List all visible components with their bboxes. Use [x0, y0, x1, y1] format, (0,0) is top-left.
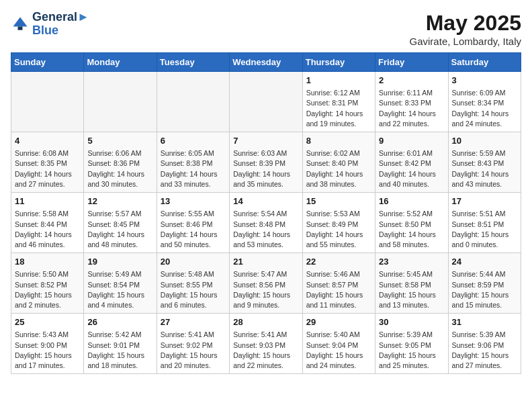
- day-cell: 25Sunrise: 5:43 AM Sunset: 9:00 PM Dayli…: [11, 314, 84, 374]
- day-cell: 2Sunrise: 6:11 AM Sunset: 8:33 PM Daylig…: [375, 72, 448, 132]
- day-info: Sunrise: 5:49 AM Sunset: 8:54 PM Dayligh…: [87, 269, 152, 310]
- day-info: Sunrise: 5:47 AM Sunset: 8:56 PM Dayligh…: [233, 269, 298, 310]
- day-number: 16: [379, 195, 444, 208]
- day-info: Sunrise: 6:12 AM Sunset: 8:31 PM Dayligh…: [306, 88, 371, 129]
- day-number: 18: [15, 256, 80, 268]
- day-cell: 15Sunrise: 5:53 AM Sunset: 8:49 PM Dayli…: [302, 193, 375, 253]
- day-info: Sunrise: 6:05 AM Sunset: 8:38 PM Dayligh…: [161, 148, 226, 189]
- day-info: Sunrise: 5:54 AM Sunset: 8:48 PM Dayligh…: [233, 209, 298, 250]
- day-number: 2: [379, 75, 444, 87]
- logo: General► Blue: [11, 11, 89, 38]
- day-number: 7: [233, 135, 298, 147]
- day-cell: 5Sunrise: 6:06 AM Sunset: 8:36 PM Daylig…: [84, 132, 157, 193]
- weekday-header-wednesday: Wednesday: [230, 53, 302, 72]
- logo-text: General► Blue: [32, 11, 89, 38]
- day-number: 24: [452, 256, 517, 268]
- day-info: Sunrise: 5:44 AM Sunset: 8:59 PM Dayligh…: [452, 269, 517, 310]
- day-info: Sunrise: 5:58 AM Sunset: 8:44 PM Dayligh…: [15, 209, 80, 250]
- day-cell: 7Sunrise: 6:03 AM Sunset: 8:39 PM Daylig…: [230, 132, 302, 193]
- day-number: 6: [161, 135, 226, 147]
- location: Gavirate, Lombardy, Italy: [410, 36, 521, 47]
- day-cell: 21Sunrise: 5:47 AM Sunset: 8:56 PM Dayli…: [230, 253, 302, 314]
- day-info: Sunrise: 6:03 AM Sunset: 8:39 PM Dayligh…: [233, 148, 298, 189]
- day-cell: 31Sunrise: 5:39 AM Sunset: 9:06 PM Dayli…: [448, 314, 521, 374]
- day-number: 23: [379, 256, 444, 268]
- day-number: 22: [306, 256, 371, 268]
- day-info: Sunrise: 6:02 AM Sunset: 8:40 PM Dayligh…: [306, 148, 371, 189]
- week-row-2: 4Sunrise: 6:08 AM Sunset: 8:35 PM Daylig…: [11, 132, 521, 193]
- day-number: 29: [306, 316, 371, 328]
- day-cell: 27Sunrise: 5:41 AM Sunset: 9:02 PM Dayli…: [157, 314, 229, 374]
- day-info: Sunrise: 5:53 AM Sunset: 8:49 PM Dayligh…: [306, 209, 371, 250]
- weekday-header-thursday: Thursday: [302, 53, 375, 72]
- day-info: Sunrise: 5:52 AM Sunset: 8:50 PM Dayligh…: [379, 209, 444, 250]
- day-cell: 12Sunrise: 5:57 AM Sunset: 8:45 PM Dayli…: [84, 193, 157, 253]
- svg-rect-1: [18, 26, 23, 30]
- day-info: Sunrise: 6:09 AM Sunset: 8:34 PM Dayligh…: [452, 88, 517, 129]
- day-number: 20: [161, 256, 226, 268]
- day-number: 12: [87, 195, 152, 208]
- weekday-header-saturday: Saturday: [448, 53, 521, 72]
- day-number: 8: [306, 135, 371, 147]
- weekday-header-monday: Monday: [84, 53, 157, 72]
- day-info: Sunrise: 5:39 AM Sunset: 9:06 PM Dayligh…: [452, 330, 517, 371]
- page-header: General► Blue May 2025 Gavirate, Lombard…: [11, 11, 521, 47]
- day-cell: 20Sunrise: 5:48 AM Sunset: 8:55 PM Dayli…: [157, 253, 229, 314]
- day-info: Sunrise: 5:39 AM Sunset: 9:05 PM Dayligh…: [379, 330, 444, 371]
- day-info: Sunrise: 5:50 AM Sunset: 8:52 PM Dayligh…: [15, 269, 80, 310]
- day-info: Sunrise: 5:41 AM Sunset: 9:02 PM Dayligh…: [161, 330, 226, 371]
- day-cell: 24Sunrise: 5:44 AM Sunset: 8:59 PM Dayli…: [448, 253, 521, 314]
- day-info: Sunrise: 6:06 AM Sunset: 8:36 PM Dayligh…: [87, 148, 152, 189]
- day-cell: [230, 72, 302, 132]
- day-cell: 30Sunrise: 5:39 AM Sunset: 9:05 PM Dayli…: [375, 314, 448, 374]
- day-cell: [11, 72, 84, 132]
- day-cell: 6Sunrise: 6:05 AM Sunset: 8:38 PM Daylig…: [157, 132, 229, 193]
- day-cell: 22Sunrise: 5:46 AM Sunset: 8:57 PM Dayli…: [302, 253, 375, 314]
- day-number: 15: [306, 195, 371, 208]
- day-number: 4: [15, 135, 80, 147]
- day-cell: 16Sunrise: 5:52 AM Sunset: 8:50 PM Dayli…: [375, 193, 448, 253]
- day-number: 5: [87, 135, 152, 147]
- day-number: 25: [15, 316, 80, 328]
- day-info: Sunrise: 5:48 AM Sunset: 8:55 PM Dayligh…: [161, 269, 226, 310]
- day-cell: 3Sunrise: 6:09 AM Sunset: 8:34 PM Daylig…: [448, 72, 521, 132]
- weekday-header-sunday: Sunday: [11, 53, 84, 72]
- calendar-table: SundayMondayTuesdayWednesdayThursdayFrid…: [11, 52, 521, 374]
- day-info: Sunrise: 5:45 AM Sunset: 8:58 PM Dayligh…: [379, 269, 444, 310]
- day-cell: 19Sunrise: 5:49 AM Sunset: 8:54 PM Dayli…: [84, 253, 157, 314]
- day-info: Sunrise: 5:40 AM Sunset: 9:04 PM Dayligh…: [306, 330, 371, 371]
- day-number: 14: [233, 195, 298, 208]
- day-info: Sunrise: 5:59 AM Sunset: 8:43 PM Dayligh…: [452, 148, 517, 189]
- day-cell: 28Sunrise: 5:41 AM Sunset: 9:03 PM Dayli…: [230, 314, 302, 374]
- day-number: 11: [15, 195, 80, 208]
- day-info: Sunrise: 5:41 AM Sunset: 9:03 PM Dayligh…: [233, 330, 298, 371]
- day-cell: 8Sunrise: 6:02 AM Sunset: 8:40 PM Daylig…: [302, 132, 375, 193]
- week-row-4: 18Sunrise: 5:50 AM Sunset: 8:52 PM Dayli…: [11, 253, 521, 314]
- day-info: Sunrise: 6:08 AM Sunset: 8:35 PM Dayligh…: [15, 148, 80, 189]
- day-cell: 26Sunrise: 5:42 AM Sunset: 9:01 PM Dayli…: [84, 314, 157, 374]
- day-info: Sunrise: 6:11 AM Sunset: 8:33 PM Dayligh…: [379, 88, 444, 129]
- day-cell: 23Sunrise: 5:45 AM Sunset: 8:58 PM Dayli…: [375, 253, 448, 314]
- day-number: 21: [233, 256, 298, 268]
- day-cell: 4Sunrise: 6:08 AM Sunset: 8:35 PM Daylig…: [11, 132, 84, 193]
- weekday-header-friday: Friday: [375, 53, 448, 72]
- weekday-header-tuesday: Tuesday: [157, 53, 229, 72]
- day-info: Sunrise: 5:43 AM Sunset: 9:00 PM Dayligh…: [15, 330, 80, 371]
- day-cell: 1Sunrise: 6:12 AM Sunset: 8:31 PM Daylig…: [302, 72, 375, 132]
- day-cell: 10Sunrise: 5:59 AM Sunset: 8:43 PM Dayli…: [448, 132, 521, 193]
- day-number: 1: [306, 75, 371, 87]
- day-cell: [157, 72, 229, 132]
- day-cell: 18Sunrise: 5:50 AM Sunset: 8:52 PM Dayli…: [11, 253, 84, 314]
- day-number: 28: [233, 316, 298, 328]
- day-number: 13: [161, 195, 226, 208]
- day-cell: 14Sunrise: 5:54 AM Sunset: 8:48 PM Dayli…: [230, 193, 302, 253]
- day-cell: 17Sunrise: 5:51 AM Sunset: 8:51 PM Dayli…: [448, 193, 521, 253]
- day-number: 27: [161, 316, 226, 328]
- day-info: Sunrise: 5:46 AM Sunset: 8:57 PM Dayligh…: [306, 269, 371, 310]
- day-info: Sunrise: 5:42 AM Sunset: 9:01 PM Dayligh…: [87, 330, 152, 371]
- day-number: 19: [87, 256, 152, 268]
- day-info: Sunrise: 5:51 AM Sunset: 8:51 PM Dayligh…: [452, 209, 517, 250]
- day-number: 17: [452, 195, 517, 208]
- svg-marker-0: [13, 17, 28, 26]
- day-number: 31: [452, 316, 517, 328]
